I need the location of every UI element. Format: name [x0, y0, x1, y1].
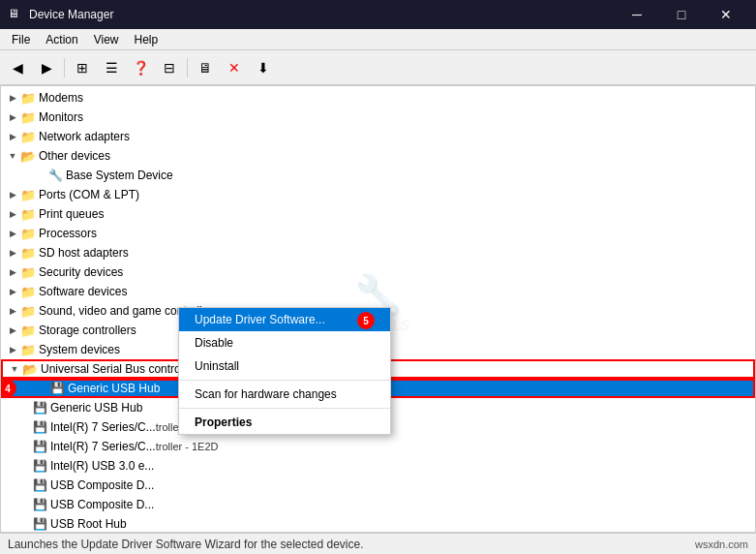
- status-text: Launches the Update Driver Software Wiza…: [8, 538, 364, 551]
- minimize-button[interactable]: ─: [615, 0, 659, 29]
- tree-item-monitors[interactable]: ▶ 📁 Monitors: [1, 108, 755, 127]
- expand-monitors[interactable]: ▶: [5, 109, 20, 125]
- folder-icon-system: 📁: [20, 342, 36, 357]
- tree-item-intel2[interactable]: 💾 Intel(R) 7 Series/C... troller - 1E2D: [1, 437, 755, 456]
- title-bar: 🖥 Device Manager ─ □ ✕: [0, 0, 756, 29]
- tree-item-software[interactable]: ▶ 📁 Software devices: [1, 282, 755, 301]
- intel2-suffix: troller - 1E2D: [156, 441, 219, 452]
- folder-icon-processors: 📁: [20, 226, 36, 241]
- label-intel1: Intel(R) 7 Series/C...: [50, 420, 156, 434]
- expand-security[interactable]: ▶: [5, 264, 20, 280]
- label-security: Security devices: [39, 265, 123, 279]
- tree-item-network[interactable]: ▶ 📁 Network adapters: [1, 127, 755, 146]
- toolbar-back[interactable]: ◀: [4, 54, 31, 81]
- expand-usb[interactable]: ▼: [7, 361, 22, 377]
- expand-other[interactable]: ▼: [5, 148, 20, 164]
- expand-storage[interactable]: ▶: [5, 323, 20, 338]
- folder-icon-security: 📁: [20, 264, 36, 280]
- device-icon-root1: 💾: [32, 516, 47, 532]
- tree-item-composite1[interactable]: 💾 USB Composite D...: [1, 476, 755, 495]
- menu-bar: File Action View Help: [0, 29, 756, 50]
- folder-icon-sd: 📁: [20, 245, 36, 261]
- label-composite1: USB Composite D...: [50, 478, 154, 492]
- expand-sd[interactable]: ▶: [5, 245, 20, 261]
- expand-ports[interactable]: ▶: [5, 187, 20, 202]
- menu-view[interactable]: View: [86, 31, 127, 48]
- tree-item-intel3[interactable]: 💾 Intel(R) USB 3.0 e...: [1, 456, 755, 476]
- label-generic1: Generic USB Hub: [68, 382, 160, 395]
- folder-icon-sound: 📁: [20, 303, 36, 319]
- toolbar-props[interactable]: ⊟: [156, 54, 183, 81]
- folder-icon-print: 📁: [20, 206, 36, 222]
- maximize-button[interactable]: □: [659, 0, 704, 29]
- toolbar-remove[interactable]: ✕: [221, 54, 248, 81]
- toolbar-sep1: [64, 58, 65, 77]
- expand-modems[interactable]: ▶: [5, 90, 20, 106]
- expand-generic1: [34, 381, 49, 396]
- tree-item-security[interactable]: ▶ 📁 Security devices: [1, 262, 755, 282]
- toolbar-monitor[interactable]: 🖥: [192, 54, 219, 81]
- status-bar: Launches the Update Driver Software Wiza…: [0, 533, 756, 554]
- label-system: System devices: [39, 343, 120, 356]
- expand-sound[interactable]: ▶: [5, 303, 20, 319]
- toolbar-help[interactable]: ❓: [127, 54, 154, 81]
- context-menu: Update Driver Software... 5 Disable Unin…: [178, 307, 391, 435]
- tree-item-root-hub1[interactable]: 💾 USB Root Hub: [1, 514, 755, 532]
- badge-5: 5: [357, 312, 375, 329]
- device-icon-intel2: 💾: [32, 439, 47, 454]
- expand-processors[interactable]: ▶: [5, 226, 20, 241]
- expand-network[interactable]: ▶: [5, 129, 20, 144]
- tree-item-print[interactable]: ▶ 📁 Print queues: [1, 204, 755, 224]
- label-root1: USB Root Hub: [50, 517, 127, 531]
- tree-item-ports[interactable]: ▶ 📁 Ports (COM & LPT): [1, 185, 755, 204]
- label-network: Network adapters: [39, 130, 130, 143]
- close-button[interactable]: ✕: [704, 0, 748, 29]
- expand-system[interactable]: ▶: [5, 342, 20, 357]
- title-bar-title: Device Manager: [29, 8, 113, 21]
- status-right: wsxdn.com: [695, 539, 748, 550]
- context-menu-disable[interactable]: Disable: [179, 331, 390, 354]
- toolbar-forward[interactable]: ▶: [33, 54, 60, 81]
- tree-item-processors[interactable]: ▶ 📁 Processors: [1, 224, 755, 243]
- context-menu-scan[interactable]: Scan for hardware changes: [179, 383, 390, 406]
- expand-software[interactable]: ▶: [5, 284, 20, 299]
- title-bar-left: 🖥 Device Manager: [8, 7, 113, 22]
- label-base-system: Base System Device: [66, 169, 173, 182]
- device-icon-intel3: 💾: [32, 458, 47, 474]
- toolbar-grid[interactable]: ⊞: [69, 54, 96, 81]
- folder-icon-monitors: 📁: [20, 109, 36, 125]
- label-ports: Ports (COM & LPT): [39, 188, 139, 201]
- tree-item-other[interactable]: ▼ 📂 Other devices: [1, 146, 755, 166]
- toolbar-sep2: [187, 58, 188, 77]
- tree-item-base-system[interactable]: 🔧 Base System Device: [1, 166, 755, 185]
- context-divider-1: [179, 380, 390, 381]
- device-icon-usb1: 💾: [49, 381, 65, 396]
- menu-help[interactable]: Help: [127, 31, 166, 48]
- label-print: Print queues: [39, 207, 104, 221]
- toolbar-scan[interactable]: ⬇: [250, 54, 277, 81]
- tree-item-composite2[interactable]: 💾 USB Composite D...: [1, 495, 755, 514]
- label-sd: SD host adapters: [39, 246, 129, 260]
- toolbar-list[interactable]: ☰: [98, 54, 125, 81]
- tree-item-sd[interactable]: ▶ 📁 SD host adapters: [1, 243, 755, 262]
- folder-icon-software: 📁: [20, 284, 36, 299]
- context-menu-uninstall[interactable]: Uninstall: [179, 354, 390, 378]
- label-monitors: Monitors: [39, 110, 83, 124]
- tree-item-modems[interactable]: ▶ 📁 Modems: [1, 88, 755, 108]
- expand-print[interactable]: ▶: [5, 206, 20, 222]
- folder-icon-storage: 📁: [20, 323, 36, 338]
- context-menu-properties[interactable]: Properties: [179, 411, 390, 434]
- menu-file[interactable]: File: [4, 31, 38, 48]
- label-intel2: Intel(R) 7 Series/C...: [50, 440, 156, 453]
- folder-icon-usb: 📂: [22, 361, 38, 377]
- context-divider-2: [179, 408, 390, 409]
- context-menu-update[interactable]: Update Driver Software... 5: [179, 308, 390, 331]
- device-icon-comp1: 💾: [32, 477, 47, 493]
- main-area: 🔧 APPUALS ▶ 📁 Modems ▶ 📁 Monitors ▶ 📁 Ne…: [0, 85, 756, 533]
- device-icon-comp2: 💾: [32, 497, 47, 512]
- device-icon-intel1: 💾: [32, 419, 47, 435]
- expand-base: [32, 168, 47, 183]
- menu-action[interactable]: Action: [38, 31, 85, 48]
- label-composite2: USB Composite D...: [50, 498, 154, 511]
- folder-icon-other: 📂: [20, 148, 36, 164]
